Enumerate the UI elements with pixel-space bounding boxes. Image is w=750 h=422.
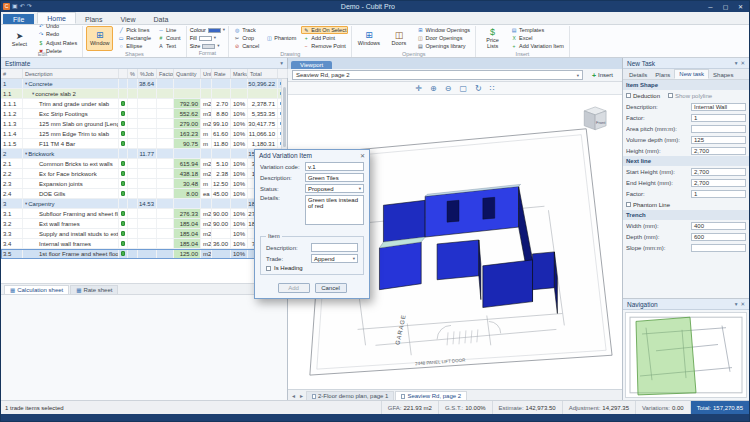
tabs-scroll-left-icon[interactable]: ◂ — [290, 392, 297, 399]
scrollbar-thumb[interactable] — [283, 87, 286, 147]
field-input[interactable]: 400 — [691, 222, 746, 230]
size-control[interactable]: Size▾ — [190, 42, 225, 50]
windows-button[interactable]: ⊞ Windows — [355, 26, 382, 51]
rate-sheet-tab[interactable]: ▦Rate sheet — [70, 285, 118, 294]
variation-code-input[interactable]: v.1 — [305, 162, 364, 171]
navigation-pin-icon[interactable]: ▾ — [735, 301, 738, 307]
estimate-row[interactable]: 3.4Internal wall frames185.04m236.0010%7… — [1, 239, 287, 249]
estimate-pin-icon[interactable]: ▾ — [280, 60, 283, 66]
add-variation-item-button[interactable]: +Add Variation Item — [509, 42, 566, 50]
column-header[interactable]: Rate — [212, 69, 231, 78]
field-input[interactable] — [691, 244, 746, 252]
trade-select[interactable]: Append▾ — [311, 254, 358, 263]
estimate-row[interactable]: 3.1Subfloor Framing and sheet flooring27… — [1, 209, 287, 219]
calc-sheet-icon[interactable] — [121, 181, 125, 186]
estimate-row[interactable]: 3.2Ext wall frames185.04m290.0010%18,319… — [1, 219, 287, 229]
ellipse-button[interactable]: ○Ellipse — [116, 42, 153, 50]
tab-data[interactable]: Data — [145, 14, 178, 24]
rectangle-button[interactable]: ▭Rectangle — [116, 34, 153, 42]
field-input[interactable]: 2,700 — [691, 179, 746, 187]
calc-sheet-icon[interactable] — [121, 171, 125, 176]
redo-quick-icon[interactable]: ↷ — [27, 2, 32, 11]
navigation-thumbnail[interactable] — [625, 312, 747, 398]
plan-tab-2[interactable]: Seaview Rd, page 2 — [395, 391, 467, 400]
field-input[interactable]: Internal Wall — [691, 103, 746, 111]
tab-view[interactable]: View — [111, 14, 144, 24]
task-panel-pin-icon[interactable]: ▾ — [735, 60, 738, 66]
cancel-button[interactable]: ⊘Cancel — [232, 42, 261, 50]
edit-on-select-button[interactable]: ✎Edit On Select — [301, 26, 348, 34]
estimate-row[interactable]: 2.3Expansion joints30.48m12.5010%419.10 — [1, 179, 287, 189]
field-input[interactable]: 1 — [691, 114, 746, 122]
drawing-select[interactable]: Seaview Rd, page 2 ▾ — [292, 70, 583, 80]
estimate-row[interactable]: 2▾Brickwork11.7715,353.45 — [1, 149, 287, 159]
estimate-row[interactable]: 2.1Common Bricks to ext walls615.94m25.1… — [1, 159, 287, 169]
insert-drawing-button[interactable]: + Insert — [587, 70, 618, 81]
estimate-row[interactable]: 1.1▾concrete slab 2 — [1, 89, 287, 99]
details-textarea[interactable]: Green tiles instead of red — [305, 195, 364, 225]
item-description-input[interactable] — [311, 243, 358, 252]
column-header[interactable]: % — [128, 69, 138, 78]
view-cube[interactable]: Front — [584, 107, 606, 130]
zoom-in-icon[interactable]: ⊕ — [430, 83, 437, 94]
calc-sheet-icon[interactable] — [121, 131, 125, 136]
field-input[interactable]: 125 — [691, 136, 746, 144]
window-shape-button[interactable]: ⊞ Window — [86, 26, 113, 51]
column-header[interactable]: Total — [248, 69, 278, 78]
checkbox-2[interactable] — [668, 93, 673, 98]
expand-arrow[interactable]: ▾ — [25, 201, 27, 206]
calc-sheet-icon[interactable] — [121, 251, 125, 256]
maximize-button[interactable]: ▢ — [719, 2, 732, 12]
field-input[interactable]: 1 — [691, 190, 746, 198]
dialog-close-icon[interactable]: ✕ — [360, 152, 365, 159]
calc-sheet-icon[interactable] — [121, 161, 125, 166]
estimate-row[interactable]: 1.1.1Trim and grade under slab792.90m22.… — [1, 99, 287, 109]
checkbox[interactable] — [626, 93, 631, 98]
undo-quick-icon[interactable]: ↶ — [20, 2, 25, 11]
estimate-row[interactable]: 3.51st floor Frame and sheet floor125.00… — [1, 249, 287, 259]
excel-button[interactable]: XExcel — [509, 34, 566, 42]
estimate-row[interactable]: 1.1.2Exc Strip Footings552.62m38.8010%5,… — [1, 109, 287, 119]
estimate-row[interactable]: 1.1.5F11 TM 4 Bar90.75m11.8010%1,180.31 — [1, 139, 287, 149]
tab-shapes[interactable]: Shapes — [709, 71, 737, 79]
task-panel-close-icon[interactable]: ✕ — [740, 60, 745, 66]
door-openings-button[interactable]: ◫Door Openings — [415, 34, 472, 42]
field-input[interactable] — [691, 125, 746, 133]
window-openings-button[interactable]: ⊞Window Openings — [415, 26, 472, 34]
size-dropdown-icon[interactable]: ▾ — [217, 42, 219, 50]
pan-icon[interactable]: ✛ — [415, 83, 422, 94]
tab-plans[interactable]: Plans — [76, 14, 112, 24]
column-header[interactable]: Quantity — [174, 69, 201, 78]
variation-description-input[interactable]: Green Tiles — [305, 173, 364, 182]
fill-control[interactable]: Fill▾ — [190, 34, 225, 42]
field-input[interactable]: 600 — [691, 233, 746, 241]
select-button[interactable]: ➤ Select — [6, 26, 33, 51]
track-button[interactable]: ◎Track — [232, 26, 261, 34]
redo-button[interactable]: ↷Redo — [36, 30, 79, 38]
size-swatch[interactable] — [202, 44, 215, 49]
save-icon[interactable]: ▣ — [12, 2, 18, 11]
plan-tab-1[interactable]: 2-Floor demo plan, page 1 — [306, 391, 394, 400]
text-button[interactable]: AText — [156, 42, 183, 50]
colour-swatch[interactable] — [208, 28, 221, 33]
tab-file[interactable]: File — [3, 14, 34, 24]
close-button[interactable]: ✕ — [734, 2, 747, 12]
minimize-button[interactable]: ─ — [704, 2, 717, 12]
line-button[interactable]: ─Line — [156, 26, 183, 34]
expand-arrow[interactable]: ▾ — [25, 151, 27, 156]
calc-sheet-icon[interactable] — [121, 231, 125, 236]
count-button[interactable]: #Count — [156, 34, 183, 42]
column-header[interactable]: # — [1, 69, 23, 78]
tab-plans-panel[interactable]: Plans — [651, 71, 674, 79]
calculation-sheet-area[interactable] — [1, 295, 287, 400]
price-lists-button[interactable]: $ Price Lists — [479, 26, 506, 51]
remove-point-button[interactable]: −Remove Point — [301, 42, 348, 50]
phantom-button[interactable]: ◫Phantom — [264, 34, 298, 42]
fill-dropdown-icon[interactable]: ▾ — [214, 34, 216, 42]
navigation-close-icon[interactable]: ✕ — [740, 301, 745, 307]
calc-sheet-icon[interactable] — [121, 111, 125, 116]
column-header[interactable]: %Job — [138, 69, 157, 78]
dialog-title-bar[interactable]: Add Variation Item ✕ — [255, 150, 369, 161]
estimate-row[interactable]: 2.2Ex for Face brickwork438.18m22.3810%1… — [1, 169, 287, 179]
calc-sheet-icon[interactable] — [121, 101, 125, 106]
